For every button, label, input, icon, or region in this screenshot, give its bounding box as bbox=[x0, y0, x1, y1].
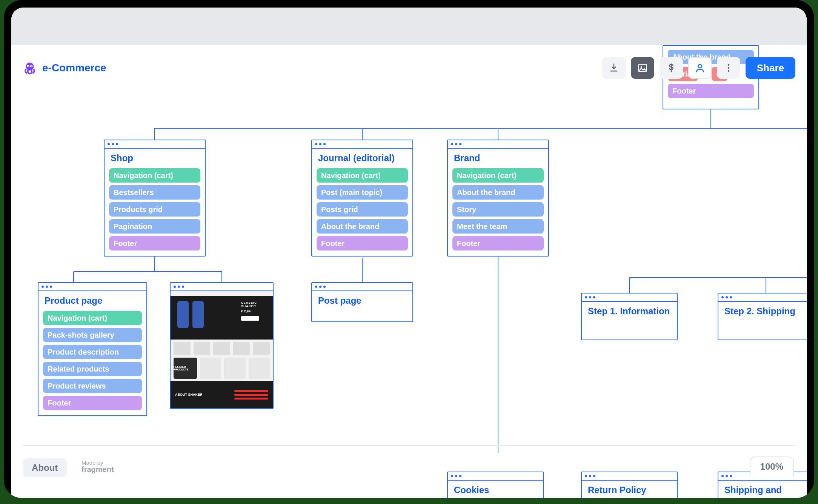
connection-lines bbox=[11, 45, 807, 498]
svg-point-22 bbox=[698, 65, 701, 68]
device-frame: About the brand torial s) Footer Shop Na… bbox=[4, 0, 814, 498]
card-title-bar bbox=[105, 140, 205, 149]
card-title: Brand bbox=[448, 149, 548, 168]
row-product-description[interactable]: Product description bbox=[43, 345, 142, 359]
card-title-bar bbox=[38, 283, 146, 291]
row-navigation[interactable]: Navigation (cart) bbox=[43, 311, 142, 325]
dollar-icon bbox=[666, 63, 677, 73]
svg-point-18 bbox=[28, 66, 29, 67]
card-product-page[interactable]: Product page Navigation (cart) Pack-shot… bbox=[38, 282, 147, 416]
card-title: Journal (editorial) bbox=[312, 149, 412, 168]
row-navigation[interactable]: Navigation (cart) bbox=[452, 168, 544, 183]
more-button[interactable] bbox=[717, 57, 740, 79]
thumb-hero-title: CLASSIC bbox=[241, 301, 268, 304]
card-title: Shipping and bbox=[718, 481, 807, 498]
svg-point-21 bbox=[640, 66, 642, 68]
row-footer[interactable]: Footer bbox=[452, 236, 544, 250]
card-return-policy[interactable]: Return Policy bbox=[581, 472, 678, 498]
card-title: Product page bbox=[38, 291, 146, 311]
more-vertical-icon bbox=[723, 63, 734, 73]
card-thumbnail-preview[interactable]: CLASSIC SHAKER € 2,99 RELATED PRODUCTS bbox=[170, 282, 274, 409]
card-title-bar bbox=[448, 472, 543, 481]
row-story[interactable]: Story bbox=[452, 202, 544, 217]
row-footer[interactable]: Footer bbox=[109, 236, 200, 250]
zoom-indicator[interactable]: 100% bbox=[750, 456, 794, 476]
browser-chrome-bar bbox=[11, 8, 807, 45]
row-posts-grid[interactable]: Posts grid bbox=[317, 202, 408, 217]
card-title: Cookies bbox=[448, 481, 543, 498]
card-title: Return Policy bbox=[582, 481, 677, 498]
card-title: Step 2. Shipping bbox=[718, 302, 807, 321]
image-mode-button[interactable] bbox=[631, 57, 654, 79]
svg-point-24 bbox=[727, 67, 729, 69]
thumb-cta bbox=[241, 316, 259, 321]
app-title: e-Commerce bbox=[42, 62, 106, 74]
row-about-the-brand[interactable]: About the brand bbox=[317, 219, 408, 234]
card-brand[interactable]: Brand Navigation (cart) About the brand … bbox=[447, 140, 549, 257]
row-related-products[interactable]: Related products bbox=[43, 362, 142, 376]
card-title-bar bbox=[312, 283, 412, 291]
app-header: e-Commerce bbox=[11, 45, 807, 91]
card-title: Step 1. Information bbox=[582, 302, 677, 321]
thumbnail-body: CLASSIC SHAKER € 2,99 RELATED PRODUCTS bbox=[171, 291, 273, 408]
about-button[interactable]: About bbox=[23, 458, 67, 477]
download-button[interactable] bbox=[602, 57, 626, 79]
svg-point-19 bbox=[31, 66, 32, 67]
row-product-reviews[interactable]: Product reviews bbox=[43, 379, 142, 393]
card-shop[interactable]: Shop Navigation (cart) Bestsellers Produ… bbox=[104, 140, 206, 257]
row-bestsellers[interactable]: Bestsellers bbox=[109, 185, 200, 200]
row-navigation[interactable]: Navigation (cart) bbox=[109, 168, 200, 183]
thumb-about-label: ABOUT SHAKER bbox=[175, 393, 203, 396]
card-title-bar bbox=[312, 140, 412, 149]
card-step-1-information[interactable]: Step 1. Information bbox=[581, 293, 678, 340]
row-footer[interactable]: Footer bbox=[317, 236, 408, 250]
card-title: Shop bbox=[105, 149, 205, 168]
row-products-grid[interactable]: Products grid bbox=[109, 202, 200, 217]
card-title-bar bbox=[718, 293, 807, 302]
row-post-main-topic[interactable]: Post (main topic) bbox=[317, 185, 408, 200]
thumb-related-label: RELATED PRODUCTS bbox=[174, 358, 197, 379]
row-meet-the-team[interactable]: Meet the team bbox=[452, 219, 544, 234]
svg-point-15 bbox=[26, 63, 34, 71]
account-button[interactable] bbox=[688, 57, 712, 79]
thumb-hero-price: € 2,99 bbox=[241, 309, 268, 313]
card-title-bar bbox=[171, 283, 273, 291]
header-actions: Share bbox=[602, 57, 795, 79]
app-surface: About the brand torial s) Footer Shop Na… bbox=[11, 45, 807, 498]
card-step-2-shipping[interactable]: Step 2. Shipping bbox=[718, 293, 807, 340]
row-pagination[interactable]: Pagination bbox=[109, 219, 200, 234]
card-journal[interactable]: Journal (editorial) Navigation (cart) Po… bbox=[311, 140, 413, 257]
card-title-bar bbox=[582, 293, 677, 302]
thumb-hero-sub: SHAKER bbox=[241, 304, 268, 308]
card-title-bar bbox=[582, 472, 677, 481]
row-footer[interactable]: Footer bbox=[43, 396, 142, 410]
row-about-the-brand[interactable]: About the brand bbox=[452, 185, 544, 200]
svg-point-25 bbox=[727, 70, 729, 72]
image-icon bbox=[637, 63, 648, 73]
user-icon bbox=[695, 63, 705, 73]
row-pack-shots-gallery[interactable]: Pack-shots gallery bbox=[43, 328, 142, 342]
share-button[interactable]: Share bbox=[746, 57, 795, 79]
sitemap-canvas[interactable]: About the brand torial s) Footer Shop Na… bbox=[11, 45, 807, 498]
svg-point-23 bbox=[727, 64, 729, 66]
made-by-label: Made by fragment bbox=[81, 459, 114, 474]
pricing-button[interactable] bbox=[660, 57, 683, 79]
card-title: Post page bbox=[312, 291, 412, 311]
download-icon bbox=[609, 63, 619, 73]
made-by-brand: fragment bbox=[81, 465, 114, 474]
card-cookies[interactable]: Cookies bbox=[447, 472, 544, 498]
footer-divider bbox=[23, 445, 795, 446]
octopus-logo-icon bbox=[23, 61, 37, 75]
card-title-bar bbox=[448, 140, 548, 149]
screen: About the brand torial s) Footer Shop Na… bbox=[11, 8, 807, 498]
row-navigation[interactable]: Navigation (cart) bbox=[317, 168, 408, 183]
card-post-page[interactable]: Post page bbox=[311, 282, 413, 322]
